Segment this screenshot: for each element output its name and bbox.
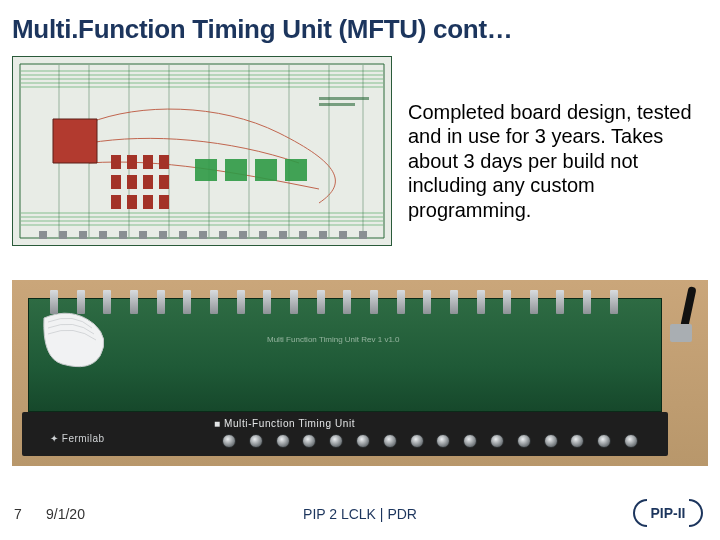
svg-rect-35 — [285, 159, 307, 181]
svg-rect-33 — [225, 159, 247, 181]
svg-rect-22 — [143, 155, 153, 169]
photo-ribbon-cable — [40, 312, 114, 372]
svg-rect-27 — [159, 175, 169, 189]
svg-rect-29 — [127, 195, 137, 209]
footer-logo: PIP-II — [632, 498, 704, 528]
svg-rect-37 — [59, 231, 67, 239]
photo-antenna — [666, 286, 700, 342]
svg-rect-26 — [143, 175, 153, 189]
footer-logo-text: PIP-II — [650, 505, 685, 521]
svg-rect-48 — [279, 231, 287, 239]
pip-ii-logo-icon: PIP-II — [632, 498, 704, 528]
svg-rect-38 — [79, 231, 87, 239]
svg-rect-52 — [359, 231, 367, 239]
photo-top-connectors — [50, 290, 618, 318]
svg-rect-24 — [111, 175, 121, 189]
presentation-slide: Multi.Function Timing Unit (MFTU) cont… — [0, 0, 720, 540]
svg-rect-21 — [127, 155, 137, 169]
svg-rect-23 — [159, 155, 169, 169]
svg-rect-39 — [99, 231, 107, 239]
svg-rect-32 — [195, 159, 217, 181]
svg-rect-45 — [219, 231, 227, 239]
svg-rect-54 — [319, 103, 355, 106]
svg-rect-34 — [255, 159, 277, 181]
svg-rect-44 — [199, 231, 207, 239]
svg-rect-42 — [159, 231, 167, 239]
svg-rect-43 — [179, 231, 187, 239]
footer-center-text: PIP 2 LCLK | PDR — [0, 506, 720, 522]
svg-rect-41 — [139, 231, 147, 239]
svg-rect-28 — [111, 195, 121, 209]
slide-footer: 7 9/1/20 PIP 2 LCLK | PDR PIP-II — [0, 494, 720, 528]
svg-rect-30 — [143, 195, 153, 209]
svg-rect-53 — [319, 97, 369, 100]
photo-silkscreen-text: Multi Function Timing Unit Rev 1 v1.0 — [267, 335, 400, 344]
content-row: Completed board design, tested and in us… — [12, 56, 708, 246]
svg-rect-40 — [119, 231, 127, 239]
svg-rect-20 — [111, 155, 121, 169]
svg-rect-36 — [39, 231, 47, 239]
svg-rect-31 — [159, 195, 169, 209]
slide-description: Completed board design, tested and in us… — [408, 56, 708, 222]
svg-rect-49 — [299, 231, 307, 239]
photo-panel-label: ■ Multi-Function Timing Unit — [214, 418, 355, 429]
svg-rect-46 — [239, 231, 247, 239]
photo-bottom-connectors — [222, 434, 638, 448]
svg-rect-19 — [53, 119, 97, 163]
svg-rect-25 — [127, 175, 137, 189]
svg-rect-50 — [319, 231, 327, 239]
svg-rect-51 — [339, 231, 347, 239]
pcb-layout-svg — [19, 63, 385, 239]
slide-title: Multi.Function Timing Unit (MFTU) cont… — [12, 14, 513, 45]
assembled-board-photo: Multi Function Timing Unit Rev 1 v1.0 ✦ … — [12, 280, 708, 466]
photo-panel-brand: ✦ Fermilab — [50, 433, 105, 444]
svg-rect-47 — [259, 231, 267, 239]
pcb-layout-image — [12, 56, 392, 246]
